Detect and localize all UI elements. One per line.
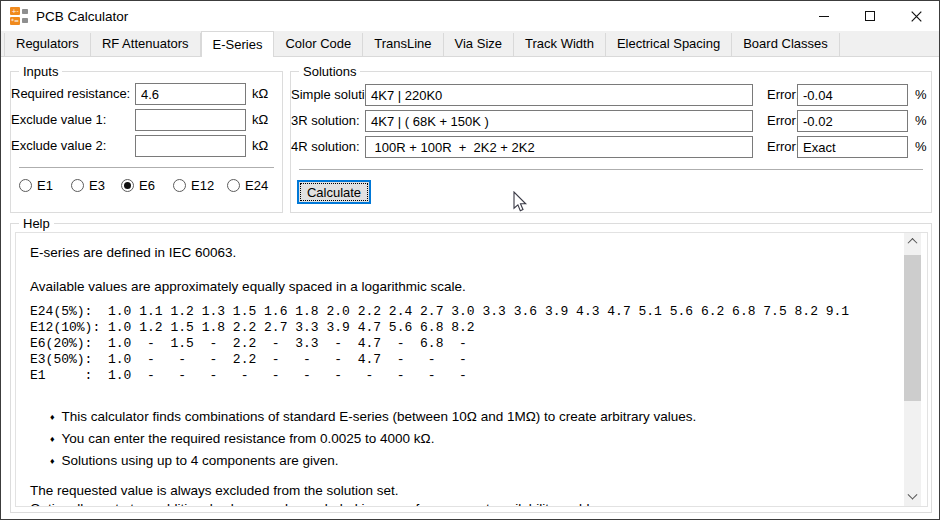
radio-e12-label: E12 <box>191 178 214 193</box>
app-calculator-icon: +- *= <box>10 7 28 25</box>
window-controls <box>801 1 939 31</box>
help-bullet-1: ♦This calculator finds combinations of s… <box>50 409 696 424</box>
required-resistance-unit: kΩ <box>252 86 268 101</box>
exclude-value-1-input[interactable] <box>135 109 246 131</box>
inputs-separator <box>19 167 274 168</box>
required-resistance-input[interactable] <box>135 83 246 105</box>
radio-e6-label: E6 <box>139 178 155 193</box>
3r-solution-field[interactable]: 4K7 | ( 68K + 150K ) <box>365 110 753 132</box>
radio-e3-label: E3 <box>89 178 105 193</box>
radio-e24[interactable]: E24 <box>227 178 268 193</box>
svg-text:*=: *= <box>11 17 19 24</box>
titlebar: +- *= PCB Calculator <box>1 1 939 31</box>
tab-via-size[interactable]: Via Size <box>444 33 514 56</box>
help-bullet-3: ♦Solutions using up to 4 components are … <box>50 453 339 468</box>
inputs-legend: Inputs <box>19 64 62 79</box>
maximize-icon <box>865 11 875 21</box>
simple-solution-error-label: Error: <box>767 87 800 102</box>
bullet-diamond-icon: ♦ <box>50 434 55 444</box>
radio-e1-label: E1 <box>37 178 53 193</box>
tab-board-classes[interactable]: Board Classes <box>732 33 840 56</box>
calculate-button[interactable]: Calculate <box>297 180 371 204</box>
radio-e6[interactable]: E6 <box>121 178 155 193</box>
maximize-button[interactable] <box>847 1 893 31</box>
help-intro-line-2: Available values are approximately equal… <box>30 279 466 294</box>
exclude-value-1-label: Exclude value 1: <box>11 112 106 127</box>
4r-solution-error-label: Error: <box>767 139 800 154</box>
help-bullet-2: ♦You can enter the required resistance f… <box>50 431 434 446</box>
svg-text:+-: +- <box>11 7 18 14</box>
exclude-value-2-unit: kΩ <box>252 138 268 153</box>
3r-solution-unit: % <box>915 113 927 128</box>
required-resistance-label: Required resistance: <box>11 86 130 101</box>
radio-e3-circle <box>71 179 84 192</box>
tab-electrical-spacing[interactable]: Electrical Spacing <box>606 33 732 56</box>
help-text-area[interactable]: E-series are defined in IEC 60063. Avail… <box>15 232 928 507</box>
radio-e6-circle <box>121 179 134 192</box>
3r-solution-error-field[interactable]: -0.02 <box>797 110 908 132</box>
solutions-separator <box>299 169 923 170</box>
exclude-value-2-label: Exclude value 2: <box>11 138 106 153</box>
tab-rf-attenuators[interactable]: RF Attenuators <box>91 33 201 56</box>
vertical-scrollbar[interactable] <box>904 233 921 506</box>
simple-solution-error-field[interactable]: -0.04 <box>797 84 908 106</box>
simple-solution-unit: % <box>915 87 927 102</box>
4r-solution-label: 4R solution: <box>291 139 360 154</box>
help-footer-line-2: Optionally, up to two additional values … <box>30 501 619 507</box>
radio-e3[interactable]: E3 <box>71 178 105 193</box>
exclude-value-1-unit: kΩ <box>252 112 268 127</box>
exclude-value-2-input[interactable] <box>135 135 246 157</box>
window-title: PCB Calculator <box>36 9 128 24</box>
tab-regulators[interactable]: Regulators <box>4 33 91 56</box>
pcb-calculator-window: +- *= PCB Calculator Regulators RF Atten… <box>0 0 940 520</box>
tab-bar: Regulators RF Attenuators E-Series Color… <box>1 31 939 57</box>
radio-e24-label: E24 <box>245 178 268 193</box>
3r-solution-error-label: Error: <box>767 113 800 128</box>
4r-solution-unit: % <box>915 139 927 154</box>
solutions-group: Solutions Simple solution: 4K7 | 220K0 E… <box>290 71 932 213</box>
solutions-legend: Solutions <box>299 64 360 79</box>
minimize-button[interactable] <box>801 1 847 31</box>
tab-track-width[interactable]: Track Width <box>514 33 606 56</box>
bullet-diamond-icon: ♦ <box>50 412 55 422</box>
tab-transline[interactable]: TransLine <box>363 33 443 56</box>
scroll-down-button[interactable] <box>904 489 921 506</box>
tab-e-series[interactable]: E-Series <box>201 31 275 57</box>
tab-color-code[interactable]: Color Code <box>274 33 363 56</box>
minimize-icon <box>819 16 829 17</box>
scroll-up-button[interactable] <box>904 233 921 250</box>
4r-solution-error-field[interactable]: Exact <box>797 136 908 158</box>
chevron-up-icon <box>908 238 918 248</box>
scrollbar-thumb[interactable] <box>904 255 921 401</box>
radio-e1-circle <box>19 179 32 192</box>
radio-e12-circle <box>173 179 186 192</box>
help-group: Help E-series are defined in IEC 60063. … <box>10 223 932 513</box>
mouse-cursor <box>513 191 528 213</box>
chevron-down-icon <box>908 490 918 500</box>
e-series-table: E24(5%): 1.0 1.1 1.2 1.3 1.5 1.6 1.8 2.0… <box>30 304 849 384</box>
help-intro-line-1: E-series are defined in IEC 60063. <box>30 245 236 260</box>
bullet-diamond-icon: ♦ <box>50 456 55 466</box>
help-legend: Help <box>19 216 54 231</box>
inputs-group: Inputs Required resistance: kΩ Exclude v… <box>10 71 283 213</box>
3r-solution-label: 3R solution: <box>291 113 360 128</box>
close-button[interactable] <box>893 1 939 31</box>
simple-solution-field[interactable]: 4K7 | 220K0 <box>365 84 753 106</box>
4r-solution-field[interactable]: 100R + 100R + 2K2 + 2K2 <box>365 136 753 158</box>
radio-e12[interactable]: E12 <box>173 178 214 193</box>
close-icon <box>911 11 922 22</box>
help-footer-line-1: The requested value is always excluded f… <box>30 483 398 498</box>
radio-e24-circle <box>227 179 240 192</box>
radio-e1[interactable]: E1 <box>19 178 53 193</box>
